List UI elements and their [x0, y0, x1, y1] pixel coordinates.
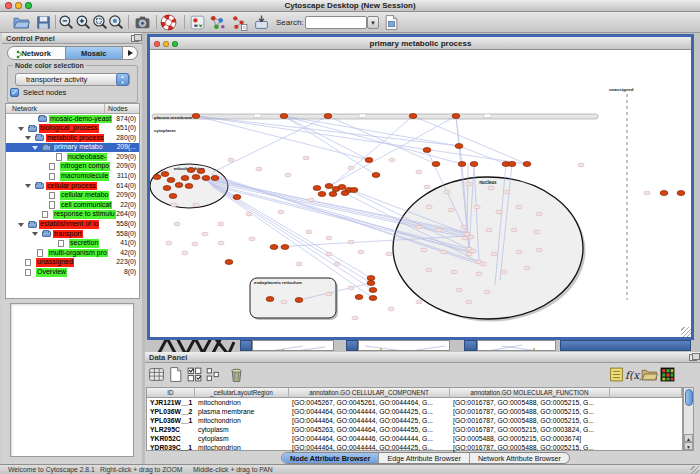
network-node[interactable] — [369, 296, 377, 301]
tab-overflow-button[interactable] — [123, 47, 137, 59]
network-node[interactable] — [508, 162, 516, 167]
network-node[interactable] — [350, 188, 358, 193]
tree-row[interactable]: mosaic-demo-yeast874(0) — [6, 114, 139, 124]
network-node[interactable] — [677, 191, 685, 196]
table-column-header[interactable]: _cellularLayoutRegion — [195, 388, 289, 398]
network-node[interactable] — [187, 168, 195, 173]
float-panel-icon[interactable] — [689, 354, 697, 361]
search-config-icon[interactable] — [383, 14, 400, 31]
network-node[interactable] — [355, 295, 363, 300]
window-resize-grip[interactable] — [691, 466, 699, 474]
network-node[interactable] — [185, 184, 193, 189]
network-node[interactable] — [169, 194, 177, 199]
table-column-header[interactable]: annotation.GO MOLECULAR_FUNCTION — [450, 388, 610, 398]
tree-column-network[interactable]: Network — [12, 105, 37, 112]
table-column-header[interactable]: annotation.GO CELLULAR_COMPONENT — [289, 388, 450, 398]
network-node[interactable] — [161, 172, 169, 177]
combo-stepper-icon[interactable]: ▲▼ — [116, 73, 129, 86]
network-node[interactable] — [325, 184, 333, 189]
tab-network-attribute-browser[interactable]: Network Attribute Browser — [470, 453, 569, 463]
window-resize-grip[interactable] — [681, 327, 691, 337]
tab-network[interactable]: Network — [8, 47, 65, 59]
background-window-fragment[interactable] — [477, 340, 556, 351]
network-node[interactable] — [270, 245, 278, 250]
tree-row[interactable]: unassigned223(0) — [6, 258, 139, 268]
tab-mosaic[interactable]: Mosaic — [65, 47, 124, 59]
tree-row[interactable]: cell communicat22(0) — [6, 200, 139, 210]
search-dropdown-icon[interactable]: ▼ — [367, 16, 379, 29]
background-window-fragment[interactable] — [252, 340, 334, 351]
network-node[interactable] — [470, 162, 478, 167]
network-node[interactable] — [313, 186, 321, 191]
zoom-selected-icon[interactable] — [92, 14, 109, 31]
network-node[interactable] — [163, 186, 171, 191]
network-node[interactable] — [452, 114, 460, 119]
close-button[interactable] — [5, 2, 12, 9]
attribute-list-icon[interactable] — [608, 366, 625, 383]
table-row[interactable]: YKR052Ccytoplasm[GO:0044464, GO:0044446,… — [147, 434, 682, 443]
network-node[interactable] — [318, 192, 326, 197]
annotation-icon[interactable] — [189, 14, 206, 31]
select-nodes-checkbox[interactable]: ✓ — [10, 88, 19, 97]
new-attribute-icon[interactable] — [167, 366, 184, 383]
scrollbar-thumb[interactable] — [685, 389, 693, 406]
float-panel-icon[interactable] — [131, 35, 139, 42]
background-window-fragment[interactable] — [240, 340, 252, 351]
minimize-button[interactable] — [163, 41, 169, 47]
table-row[interactable]: YJR121W__1mitochondrion[GO:0045267, GO:0… — [147, 398, 682, 407]
network-node[interactable] — [458, 162, 466, 167]
network-node[interactable] — [409, 114, 417, 119]
network-edge[interactable] — [284, 116, 462, 164]
background-window-fragment[interactable] — [560, 340, 691, 351]
function-builder-icon[interactable]: f(x) — [624, 366, 641, 383]
import-attributes-folder-icon[interactable] — [641, 366, 658, 383]
zoom-button[interactable] — [172, 41, 178, 47]
network-node[interactable] — [372, 173, 380, 178]
tree-row[interactable]: multi-organism pro42(0) — [6, 248, 139, 258]
open-session-icon[interactable] — [13, 14, 30, 31]
background-window-fragment[interactable] — [358, 340, 450, 351]
zoom-out-icon[interactable] — [58, 14, 75, 31]
close-button[interactable] — [154, 41, 160, 47]
scroll-down-icon[interactable]: ▼ — [684, 442, 693, 450]
network-node[interactable] — [167, 178, 175, 183]
vizmapper-icon[interactable] — [209, 14, 226, 31]
network-graph[interactable]: plasma membranecytoplasmnucleusmitochond… — [150, 50, 691, 337]
delete-attribute-trash-icon[interactable] — [228, 366, 245, 383]
select-all-attributes-icon[interactable] — [148, 366, 165, 383]
scroll-up-icon[interactable]: ▲ — [684, 434, 693, 442]
unselect-attributes-icon[interactable] — [204, 366, 221, 383]
tree-row[interactable]: nitrogen compo209(0) — [6, 162, 139, 172]
tree-row[interactable]: response to stimulu264(0) — [6, 210, 139, 220]
tree-expand-icon[interactable] — [32, 232, 38, 236]
network-edge[interactable] — [196, 116, 527, 164]
network-edge[interactable] — [196, 116, 459, 146]
network-node[interactable] — [660, 191, 668, 196]
network-node[interactable] — [365, 158, 373, 163]
table-column-header[interactable] — [610, 388, 682, 398]
zoom-in-icon[interactable] — [75, 14, 92, 31]
tab-node-attribute-browser[interactable]: Node Attribute Browser — [282, 453, 379, 463]
network-node[interactable] — [192, 114, 200, 119]
background-window-fragment[interactable] — [464, 340, 477, 351]
network-node[interactable] — [233, 195, 241, 200]
zoom-fit-icon[interactable] — [108, 14, 125, 31]
table-row[interactable]: YPL036W__1mitochondrion[GO:0044464, GO:0… — [147, 416, 682, 425]
table-scrollbar[interactable]: ▲ ▼ — [683, 387, 694, 451]
tree-row[interactable]: macromolecule311(0) — [6, 172, 139, 182]
tree-row[interactable]: biological_process651(0) — [6, 124, 139, 134]
network-node[interactable] — [324, 114, 332, 119]
network-node[interactable] — [341, 191, 349, 196]
network-node[interactable] — [192, 175, 200, 180]
background-window-fragment[interactable] — [346, 340, 358, 351]
network-canvas[interactable]: plasma membranecytoplasmnucleusmitochond… — [150, 50, 691, 337]
network-node[interactable] — [423, 148, 431, 153]
tree-row[interactable]: establishment of lo558(0) — [6, 220, 139, 230]
birdseye-view[interactable] — [10, 303, 134, 457]
network-node[interactable] — [175, 183, 183, 188]
network-node[interactable] — [225, 260, 233, 265]
search-input[interactable] — [305, 16, 367, 29]
network-node[interactable] — [338, 185, 346, 190]
table-row[interactable]: YDR039C__1mitochondrion[GO:0044464, GO:0… — [147, 443, 682, 452]
network-edge[interactable] — [284, 116, 376, 175]
